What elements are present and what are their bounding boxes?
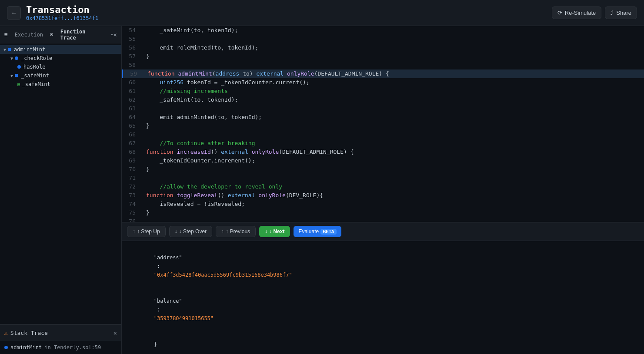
code-line-74: 74 isRevealed = !isRevealed; xyxy=(122,200,644,208)
line-content: } xyxy=(143,122,644,130)
line-number: 63 xyxy=(122,104,143,113)
code-line-67: 67 //To continue after breaking xyxy=(122,139,644,148)
back-button[interactable]: ← xyxy=(7,6,21,20)
code-line-59: 59 function admintMint(address to) exter… xyxy=(122,69,644,78)
status-dot xyxy=(8,48,11,51)
collapse-icon: ▼ xyxy=(10,73,13,78)
tab-execution[interactable]: Execution xyxy=(11,31,47,39)
step-up-icon: ↑ xyxy=(133,228,135,235)
panel-close-button[interactable]: × xyxy=(113,31,117,38)
tab-function-trace[interactable]: Function Trace xyxy=(57,28,107,42)
step-over-icon: ↓ xyxy=(175,228,177,235)
beta-badge: BETA xyxy=(320,229,336,235)
step-up-label: ↑ Step Up xyxy=(137,228,160,235)
json-val-address: "0x4ff3d5428f40aac5d5569fc9b315168e34b98… xyxy=(154,272,292,278)
line-number: 74 xyxy=(122,200,143,208)
line-number: 69 xyxy=(122,156,143,165)
line-number: 67 xyxy=(122,139,143,148)
step-up-button[interactable]: ↑ ↑ Step Up xyxy=(127,226,166,237)
line-number: 62 xyxy=(122,96,143,104)
trace-item-checkrole[interactable]: ▼ _checkRole xyxy=(0,54,121,63)
code-line-75: 75 } xyxy=(122,208,644,217)
code-line-72: 72 //allow the developer to reveal only xyxy=(122,182,644,191)
line-number: 56 xyxy=(122,43,143,52)
line-content: emit roleMinted(to, tokenId); xyxy=(143,43,644,52)
trace-item-safemint[interactable]: ▼ _safeMint xyxy=(0,71,121,80)
line-number: 59 xyxy=(123,69,144,78)
evaluate-label: Evaluate xyxy=(298,228,319,235)
code-line-56: 56 emit roleMinted(to, tokenId); xyxy=(122,43,644,52)
code-line-70: 70 } xyxy=(122,165,644,174)
line-number: 76 xyxy=(122,217,143,222)
next-icon: ↓ xyxy=(265,228,267,235)
previous-label: ↑ Previous xyxy=(226,228,250,235)
code-line-66: 66 xyxy=(122,130,644,139)
stack-func: admintMint xyxy=(10,344,42,351)
trace-item-admintmint[interactable]: ▼ admintMint xyxy=(0,45,121,54)
line-content: } xyxy=(143,165,644,174)
code-line-54: 54 _safeMint(to, tokenId); xyxy=(122,26,644,35)
resimulate-button[interactable]: ⟳ Re-Simulate xyxy=(552,7,602,19)
transaction-hash: 0x478531feff...f61354f1 xyxy=(26,15,98,21)
code-line-61: 61 //missing increments xyxy=(122,87,644,96)
line-number: 54 xyxy=(122,26,143,35)
previous-icon: ↑ xyxy=(221,228,224,235)
code-line-55: 55 xyxy=(122,35,644,43)
code-line-69: 69 _tokenIdCounter.increment(); xyxy=(122,156,644,165)
function-trace-icon: ⊙ xyxy=(50,31,53,38)
header: ← Transaction 0x478531feff...f61354f1 ⟳ … xyxy=(0,0,644,26)
warning-icon: ⚠ xyxy=(4,330,8,336)
next-label: ↓ Next xyxy=(269,228,284,235)
stack-trace-close-button[interactable]: × xyxy=(113,330,117,337)
panel-header-left: ≡ Execution ⊙ Function Trace ▾ xyxy=(4,28,113,42)
line-number: 72 xyxy=(122,182,143,191)
json-line-balance: "balance" : "35937804991015655" xyxy=(129,288,637,331)
stack-trace-header: ⚠ Stack Trace × xyxy=(0,324,121,341)
step-over-label: ↓ Step Over xyxy=(179,228,207,235)
code-editor[interactable]: 54 _safeMint(to, tokenId); 55 56 emit ro… xyxy=(122,26,644,222)
status-dot xyxy=(17,65,21,69)
code-line-73: 73 function toggleReveal() external only… xyxy=(122,191,644,200)
stack-trace-header-left: ⚠ Stack Trace xyxy=(4,330,48,336)
line-number: 68 xyxy=(122,148,143,156)
func-name: _safeMint xyxy=(22,81,50,87)
line-number: 57 xyxy=(122,52,143,61)
json-line-address: "address" : "0x4ff3d5428f40aac5d5569fc9b… xyxy=(129,245,637,288)
line-number: 66 xyxy=(122,130,143,139)
line-number: 73 xyxy=(122,191,143,200)
right-panel: 54 _safeMint(to, tokenId); 55 56 emit ro… xyxy=(122,26,644,354)
share-button[interactable]: ⤴ Share xyxy=(605,7,637,19)
trace-item-safemint-inner[interactable]: ⊞ _safeMint xyxy=(0,80,121,89)
header-actions: ⟳ Re-Simulate ⤴ Share xyxy=(552,7,637,19)
line-number: 64 xyxy=(122,113,143,122)
code-line-71: 71 xyxy=(122,174,644,182)
page-title: Transaction xyxy=(26,4,98,15)
line-content: function admintMint(address to) external… xyxy=(144,69,644,78)
next-button[interactable]: ↓ ↓ Next xyxy=(259,226,290,237)
stack-location: in Tenderly.sol:59 xyxy=(44,344,101,351)
evaluate-button[interactable]: Evaluate BETA xyxy=(294,226,341,237)
trace-tree: ▼ admintMint ▼ _checkRole hasRole ▼ _saf… xyxy=(0,43,121,324)
previous-button[interactable]: ↑ ↑ Previous xyxy=(216,226,256,237)
status-dot xyxy=(15,74,18,77)
code-line-63: 63 xyxy=(122,104,644,113)
line-number: 65 xyxy=(122,122,143,130)
line-content: //missing increments xyxy=(143,87,644,96)
title-group: Transaction 0x478531feff...f61354f1 xyxy=(26,4,98,21)
code-line-76: 76 xyxy=(122,217,644,222)
code-line-58: 58 xyxy=(122,61,644,69)
line-number: 55 xyxy=(122,35,143,43)
trace-item-hasrole[interactable]: hasRole xyxy=(0,63,121,71)
line-content: _safeMint(to, tokenId); xyxy=(143,26,644,35)
line-content: _tokenIdCounter.increment(); xyxy=(143,156,644,165)
stack-trace-title: Stack Trace xyxy=(10,330,48,336)
line-content: function increaseId() external onlyRole(… xyxy=(143,148,644,156)
line-content: } xyxy=(143,208,644,217)
code-line-62: 62 _safeMint(to, tokenId); xyxy=(122,96,644,104)
line-content: isRevealed = !isRevealed; xyxy=(143,200,644,208)
step-over-button[interactable]: ↓ ↓ Step Over xyxy=(169,226,212,237)
json-val-balance: "35937804991015655" xyxy=(154,315,214,321)
line-content: uint256 tokenId = _tokenIdCounter.curren… xyxy=(143,78,644,87)
line-content: _safeMint(to, tokenId); xyxy=(143,96,644,104)
main-layout: ≡ Execution ⊙ Function Trace ▾ × ▼ admin… xyxy=(0,26,644,354)
